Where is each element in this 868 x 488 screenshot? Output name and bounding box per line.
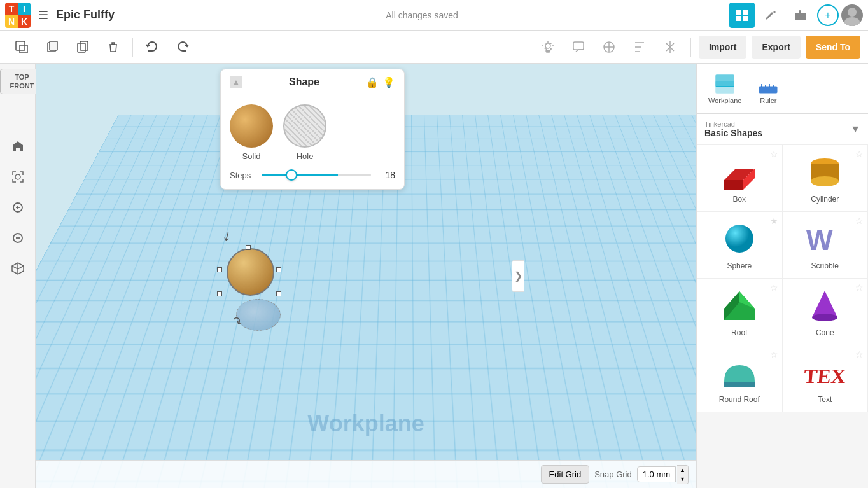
mirror-tool-icon[interactable] — [657, 34, 683, 60]
box-favorite-icon[interactable]: ☆ — [770, 149, 778, 159]
workplane-tool[interactable]: Workplane — [702, 69, 748, 108]
svg-rect-2 — [736, 16, 741, 21]
copy-to-workplane-button[interactable] — [8, 33, 36, 61]
svg-text:W: W — [806, 225, 833, 256]
solid-option[interactable]: Solid — [230, 104, 273, 161]
redo-button[interactable] — [169, 33, 197, 61]
collapse-panel-button[interactable]: ❯ — [512, 260, 524, 292]
shape-item-cone[interactable]: ☆ Cone — [783, 279, 869, 345]
canvas-area[interactable]: Workplane ▲ Shape 🔒 💡 Solid Hole — [36, 64, 696, 488]
handle-bot-left — [217, 291, 222, 296]
category-dropdown-arrow: ▼ — [850, 123, 860, 135]
steps-slider[interactable] — [262, 174, 371, 176]
svg-point-17 — [15, 174, 20, 179]
shape-item-scribble[interactable]: ☆ W Scribble — [783, 212, 869, 279]
scribble-favorite-icon[interactable]: ☆ — [855, 216, 864, 226]
shape-item-cylinder[interactable]: ☆ Cylinder — [783, 145, 869, 212]
svg-point-5 — [848, 8, 857, 17]
shape-item-text[interactable]: ☆ TEXT Text — [783, 345, 869, 412]
avatar[interactable] — [841, 4, 863, 26]
fit-view-button[interactable] — [5, 164, 31, 190]
speech-tool-icon[interactable] — [566, 34, 591, 60]
header-right: + — [729, 3, 863, 28]
text-favorite-icon[interactable]: ☆ — [855, 349, 864, 359]
left-sidebar: TOP FRONT — [0, 64, 36, 488]
shape-item-roof[interactable]: ☆ Roof — [697, 279, 783, 345]
ruler-tool-icon — [757, 73, 780, 95]
text-3d-icon: TEXT — [802, 353, 847, 391]
shape-item-round-roof[interactable]: ☆ Round Roof — [697, 345, 783, 412]
svg-marker-32 — [724, 180, 743, 190]
view-cube-front: FRONT — [6, 82, 39, 90]
roundroof-favorite-icon[interactable]: ☆ — [770, 349, 778, 359]
copy-button[interactable] — [38, 33, 66, 61]
roof-3d-icon — [717, 286, 762, 324]
sendto-button[interactable]: Send To — [806, 36, 860, 59]
cylinder-favorite-icon[interactable]: ☆ — [855, 149, 864, 159]
cone-favorite-icon[interactable]: ☆ — [855, 282, 864, 293]
hole-option[interactable]: Hole — [283, 104, 326, 161]
snap-increase-button[interactable]: ▲ — [677, 466, 688, 475]
ruler-tool[interactable]: Ruler — [750, 69, 786, 108]
scribble-3d-icon: W — [802, 220, 847, 258]
svg-rect-4 — [795, 13, 806, 20]
align-tool-icon[interactable] — [627, 34, 652, 60]
briefcase-icon[interactable] — [788, 3, 813, 28]
svg-point-37 — [725, 225, 753, 253]
import-button[interactable]: Import — [699, 36, 747, 59]
shape-panel-collapse-button[interactable]: ▲ — [230, 76, 242, 88]
text-name: Text — [818, 395, 832, 404]
snap-decrease-button[interactable]: ▼ — [677, 475, 688, 484]
shape-options: Solid Hole — [221, 95, 404, 170]
svg-rect-15 — [573, 42, 584, 50]
grid-view-icon[interactable] — [729, 3, 755, 28]
duplicate-button[interactable] — [69, 33, 97, 61]
zoom-out-button[interactable] — [5, 225, 31, 251]
roof-favorite-icon[interactable]: ☆ — [770, 282, 778, 293]
undo-button[interactable] — [138, 33, 166, 61]
project-name[interactable]: Epic Fulffy — [56, 8, 115, 22]
cylinder-3d-icon — [802, 153, 847, 191]
add-user-button[interactable]: + — [817, 4, 839, 26]
bulb-icon[interactable]: 💡 — [382, 76, 395, 88]
tinkercad-logo[interactable]: T I N K — [5, 3, 31, 28]
save-status: All changes saved — [120, 10, 724, 20]
shape-panel-header: ▲ Shape 🔒 💡 — [221, 69, 404, 95]
svg-point-12 — [545, 43, 550, 48]
category-brand: Tinkercad — [704, 120, 762, 128]
category-header[interactable]: Tinkercad Basic Shapes ▼ — [697, 114, 868, 145]
workplane-tool-label: Workplane — [708, 97, 741, 104]
svg-rect-10 — [78, 43, 85, 52]
category-name: Basic Shapes — [704, 128, 762, 138]
logo-k: K — [18, 15, 31, 28]
shape-panel: ▲ Shape 🔒 💡 Solid Hole Steps — [220, 69, 405, 190]
toolbar-right: Import Export Send To — [535, 34, 860, 60]
svg-text:TEXT: TEXT — [803, 365, 846, 387]
svg-rect-3 — [743, 16, 748, 21]
svg-rect-9 — [50, 41, 57, 50]
shape-item-sphere[interactable]: ★ Sphere — [697, 212, 783, 279]
hole-sphere-icon — [283, 104, 326, 148]
snap-grid-value: 1.0 mm — [637, 466, 676, 482]
main-area: TOP FRONT Workplane ▲ Shape — [0, 64, 868, 488]
lock-icon[interactable]: 🔒 — [366, 76, 379, 88]
shape-item-box[interactable]: ☆ Box — [697, 145, 783, 212]
shape-tool-icon[interactable] — [596, 34, 622, 60]
handle-bot-right — [276, 291, 281, 296]
sphere-favorite-icon[interactable]: ★ — [770, 216, 778, 226]
roundroof-name: Round Roof — [719, 395, 760, 404]
zoom-in-button[interactable] — [5, 195, 31, 220]
edit-grid-button[interactable]: Edit Grid — [541, 465, 590, 484]
roof-name: Roof — [731, 328, 747, 337]
export-button[interactable]: Export — [752, 36, 800, 59]
hamburger-icon[interactable]: ☰ — [36, 6, 51, 25]
light-tool-icon[interactable] — [535, 34, 561, 60]
header: T I N K ☰ Epic Fulffy All changes saved … — [0, 0, 868, 31]
shapes-grid: ☆ Box ☆ Cylinder ★ Sphere — [697, 145, 868, 412]
hammer-icon[interactable] — [759, 3, 784, 28]
3d-view-button[interactable] — [5, 256, 31, 281]
svg-point-6 — [844, 17, 860, 26]
view-cube-top: TOP — [6, 73, 39, 81]
home-view-button[interactable] — [5, 134, 31, 159]
delete-button[interactable] — [99, 33, 127, 61]
